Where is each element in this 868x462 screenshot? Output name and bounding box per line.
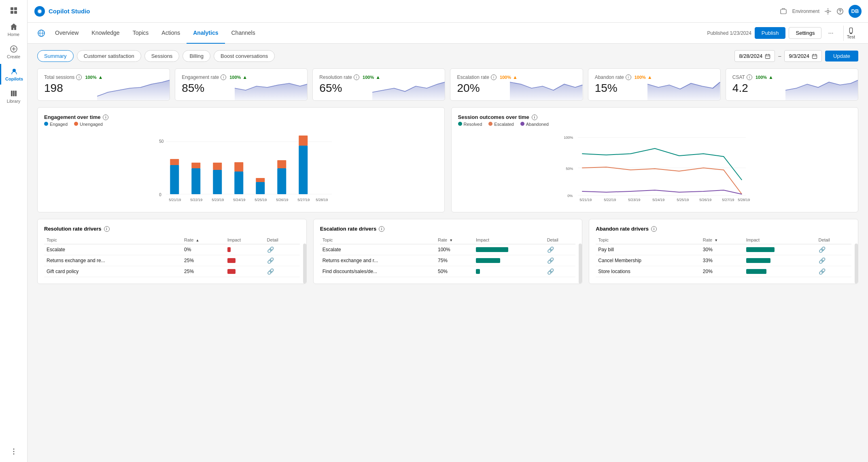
charts-row: Engagement over time i Engaged Unengaged…: [37, 107, 858, 212]
escalation-detail-2[interactable]: 🔗: [547, 268, 554, 275]
abandon-drivers-info[interactable]: i: [651, 226, 657, 232]
user-avatar[interactable]: DB: [849, 5, 862, 18]
detail-link-1[interactable]: 🔗: [267, 257, 274, 264]
filter-tab-boost-conversations[interactable]: Boost conversations: [214, 50, 275, 62]
resolution-drivers-table: Topic Rate ▲ Impact Detail Escalate 0% 🔗: [44, 236, 300, 277]
metrics-row: Total sessions i 100% ▲ 198 Engage: [37, 68, 858, 101]
escalation-detail-1[interactable]: 🔗: [547, 257, 554, 264]
date-from-input[interactable]: 8/28/2024: [734, 50, 775, 62]
abandon-scrollbar[interactable]: [855, 244, 858, 284]
abandon-topic-header[interactable]: Topic: [596, 236, 700, 244]
engagement-rate-info[interactable]: i: [221, 74, 226, 80]
sidebar-item-copilots[interactable]: Copilots: [0, 64, 27, 85]
table-row: Escalate 100% 🔗: [320, 244, 576, 255]
metric-csat: CSAT i 100% ▲ 4.2: [726, 68, 858, 101]
date-to-input[interactable]: 9/3/2024: [784, 50, 822, 62]
settings-icon-top[interactable]: [824, 8, 832, 15]
engagement-chart-info[interactable]: i: [103, 114, 108, 120]
metric-total-sessions: Total sessions i 100% ▲ 198: [37, 68, 170, 101]
svg-rect-40: [299, 136, 308, 146]
session-outcomes-line-chart: 100% 50% 0% 5/21/19 5/22/19 5: [458, 131, 852, 204]
svg-point-9: [13, 449, 14, 450]
svg-point-11: [13, 454, 14, 455]
sidebar-item-home[interactable]: Home: [0, 19, 27, 40]
resolution-drivers-info[interactable]: i: [104, 226, 110, 232]
svg-text:5/25/19: 5/25/19: [255, 198, 267, 202]
total-sessions-info[interactable]: i: [76, 74, 82, 80]
filter-tab-billing[interactable]: Billing: [183, 50, 210, 62]
resolution-rate-header[interactable]: Rate ▲: [182, 236, 225, 244]
svg-text:5/21/19: 5/21/19: [169, 198, 181, 202]
drivers-row: Resolution rate drivers i Topic Rate ▲ I…: [37, 219, 858, 284]
escalation-scrollbar[interactable]: [579, 244, 582, 284]
sidebar: Home Create Copilots Library: [0, 0, 28, 462]
tab-topics[interactable]: Topics: [126, 23, 155, 44]
abandon-impact-header[interactable]: Impact: [744, 236, 816, 244]
svg-text:5/21/19: 5/21/19: [579, 198, 592, 202]
svg-text:5/26/19: 5/26/19: [276, 198, 288, 202]
sidebar-item-grid[interactable]: [0, 3, 27, 18]
sidebar-item-create[interactable]: Create: [0, 42, 27, 62]
session-outcomes-info[interactable]: i: [532, 114, 537, 120]
globe-icon: [37, 29, 45, 37]
svg-rect-36: [256, 178, 265, 182]
update-button[interactable]: Update: [825, 51, 858, 61]
test-button[interactable]: Test: [843, 25, 858, 41]
publish-button[interactable]: Publish: [755, 27, 786, 39]
test-label: Test: [847, 34, 855, 39]
abandon-detail-0[interactable]: 🔗: [819, 246, 826, 253]
nav-tabs: Overview Knowledge Topics Actions Analyt…: [28, 23, 868, 44]
filter-tab-sessions[interactable]: Sessions: [144, 50, 180, 62]
tab-overview[interactable]: Overview: [49, 23, 85, 44]
resolution-impact-header[interactable]: Impact: [225, 236, 265, 244]
environment-icon: [779, 7, 787, 15]
tab-knowledge[interactable]: Knowledge: [85, 23, 126, 44]
svg-rect-21: [766, 54, 770, 58]
detail-link-0[interactable]: 🔗: [267, 246, 274, 253]
filter-tab-summary[interactable]: Summary: [37, 50, 74, 62]
resolution-rate-info[interactable]: i: [354, 74, 359, 80]
abandon-detail-2[interactable]: 🔗: [819, 268, 826, 275]
svg-text:5/22/19: 5/22/19: [190, 198, 202, 202]
csat-info[interactable]: i: [747, 74, 752, 80]
escalation-impact-header[interactable]: Impact: [473, 236, 545, 244]
tab-channels[interactable]: Channels: [225, 23, 262, 44]
sidebar-more-button[interactable]: [0, 444, 27, 459]
abandon-detail-1[interactable]: 🔗: [819, 257, 826, 264]
abandon-rate-header[interactable]: Rate ▼: [700, 236, 744, 244]
more-options-button[interactable]: ···: [825, 28, 836, 38]
detail-link-2[interactable]: 🔗: [267, 268, 274, 275]
escalation-detail-0[interactable]: 🔗: [547, 246, 554, 253]
environment-label: Environment: [792, 8, 819, 14]
svg-text:0%: 0%: [567, 194, 573, 198]
help-icon[interactable]: [836, 8, 844, 15]
tab-actions[interactable]: Actions: [155, 23, 187, 44]
engagement-rate-chart: [235, 76, 307, 100]
escalation-rate-info[interactable]: i: [491, 74, 497, 80]
metric-engagement-rate: Engagement rate i 100% ▲ 85%: [175, 68, 308, 101]
escalation-detail-header: Detail: [545, 236, 576, 244]
svg-rect-34: [234, 162, 243, 172]
abandon-drivers-card: Abandon rate drivers i Topic Rate ▼ Impa…: [589, 219, 858, 284]
svg-rect-29: [191, 168, 200, 194]
svg-point-13: [38, 10, 41, 13]
escalation-rate-header[interactable]: Rate ▼: [435, 236, 473, 244]
svg-text:5/27/19: 5/27/19: [722, 198, 734, 202]
tab-analytics[interactable]: Analytics: [187, 23, 225, 44]
settings-button[interactable]: Settings: [789, 27, 821, 39]
resolution-topic-header[interactable]: Topic: [44, 236, 182, 244]
svg-rect-28: [170, 159, 179, 165]
svg-rect-20: [849, 28, 852, 33]
abandon-rate-info[interactable]: i: [626, 74, 631, 80]
resolution-drivers-card: Resolution rate drivers i Topic Rate ▲ I…: [37, 219, 307, 284]
table-row: Gift card policy 25% 🔗: [44, 266, 300, 277]
svg-text:50%: 50%: [566, 167, 573, 171]
filter-tab-customer-satisfaction[interactable]: Customer satisfaction: [77, 50, 141, 62]
escalation-topic-header[interactable]: Topic: [320, 236, 435, 244]
escalation-drivers-info[interactable]: i: [379, 226, 384, 232]
date-separator: –: [778, 53, 781, 59]
sidebar-item-create-label: Create: [7, 54, 20, 59]
sidebar-item-library[interactable]: Library: [0, 86, 27, 107]
resolution-scrollbar[interactable]: [303, 244, 306, 284]
svg-text:100%: 100%: [564, 136, 573, 140]
